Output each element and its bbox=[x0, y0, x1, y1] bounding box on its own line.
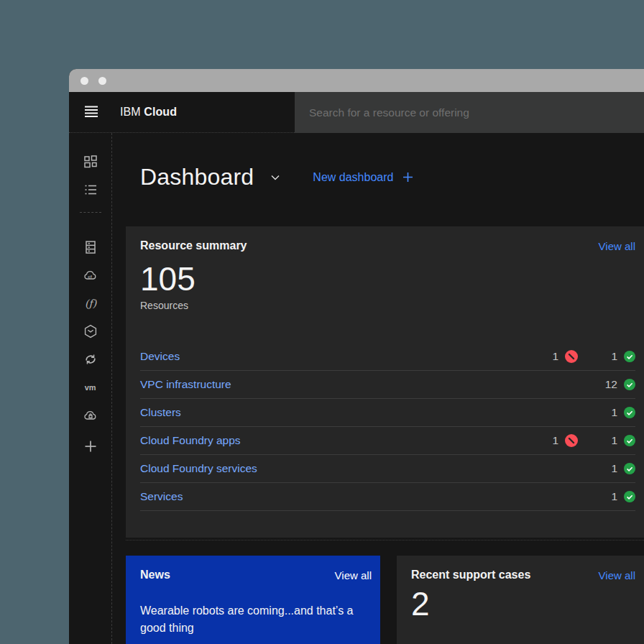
add-icon[interactable] bbox=[83, 439, 98, 454]
window-control-dot[interactable] bbox=[80, 77, 88, 85]
resource-total-label: Resources bbox=[140, 300, 635, 311]
browser-titlebar bbox=[69, 69, 644, 92]
svg-text:(ƒ): (ƒ) bbox=[85, 298, 98, 309]
page-title-row: Dashboard New dashboard bbox=[126, 164, 644, 190]
kubernetes-icon[interactable] bbox=[83, 324, 98, 339]
brand-bold: Cloud bbox=[144, 106, 177, 118]
plus-icon[interactable] bbox=[402, 172, 413, 183]
active-count: 1 bbox=[611, 462, 617, 475]
sidebar-divider bbox=[80, 212, 101, 213]
support-cases-card: Recent support cases View all 2 bbox=[397, 556, 644, 644]
sync-icon[interactable] bbox=[83, 352, 98, 367]
header-search-bar bbox=[295, 92, 644, 133]
active-stat: 1 bbox=[578, 462, 635, 475]
table-row: Services 1 bbox=[140, 483, 635, 511]
bottom-cards-row: News View all Wearable robots are coming… bbox=[126, 556, 644, 644]
news-headline[interactable]: Wearable robots are coming...and that’s … bbox=[140, 602, 359, 637]
active-count: 1 bbox=[611, 490, 617, 503]
support-view-all-link[interactable]: View all bbox=[599, 569, 635, 581]
browser-window: IBM Cloud cf bbox=[69, 69, 644, 644]
page-title: Dashboard bbox=[140, 164, 254, 190]
active-count: 1 bbox=[611, 350, 617, 363]
news-card-header: News View all bbox=[140, 569, 372, 581]
resource-table: Devices 1 1 VPC infrastructure bbox=[140, 343, 635, 511]
window-control-dot[interactable] bbox=[98, 77, 106, 85]
failed-status-icon bbox=[565, 434, 578, 447]
resource-link-clusters[interactable]: Clusters bbox=[140, 406, 578, 419]
resource-summary-header: Resource summary View all bbox=[140, 239, 635, 252]
app-body: cf (ƒ) vm bbox=[69, 133, 644, 644]
resource-link-services[interactable]: Services bbox=[140, 490, 578, 503]
failed-status-icon bbox=[565, 350, 578, 363]
resource-link-cloud-foundry-apps[interactable]: Cloud Foundry apps bbox=[140, 434, 520, 447]
resource-link-vpc-infrastructure[interactable]: VPC infrastructure bbox=[140, 378, 578, 391]
failed-stat: 1 bbox=[520, 434, 578, 447]
active-stat: 1 bbox=[578, 434, 635, 447]
layout-guide-line bbox=[126, 540, 644, 540]
table-row: Clusters 1 bbox=[140, 399, 635, 427]
active-count: 1 bbox=[611, 434, 617, 447]
brand-title: IBM Cloud bbox=[120, 106, 177, 119]
svg-text:vm: vm bbox=[84, 383, 96, 392]
support-case-count: 2 bbox=[411, 587, 635, 620]
table-row: Cloud Foundry apps 1 1 bbox=[140, 427, 635, 455]
active-stat: 12 bbox=[578, 378, 635, 391]
resource-total: 105 bbox=[140, 262, 635, 295]
resource-summary-view-all-link[interactable]: View all bbox=[599, 240, 635, 252]
cloud-foundry-icon[interactable]: cf bbox=[83, 268, 98, 282]
list-icon[interactable] bbox=[83, 183, 98, 197]
success-status-icon bbox=[624, 407, 635, 418]
left-rail: cf (ƒ) vm bbox=[69, 133, 112, 644]
new-dashboard-link[interactable]: New dashboard bbox=[313, 171, 393, 184]
servers-icon[interactable] bbox=[83, 240, 98, 254]
brand-prefix: IBM bbox=[120, 106, 141, 118]
support-title: Recent support cases bbox=[411, 569, 530, 581]
active-count: 12 bbox=[605, 378, 617, 391]
success-status-icon bbox=[624, 351, 635, 362]
app-header: IBM Cloud bbox=[69, 92, 644, 133]
search-input[interactable] bbox=[309, 106, 644, 119]
table-row: Devices 1 1 bbox=[140, 343, 635, 371]
failed-count: 1 bbox=[552, 350, 558, 363]
chevron-down-icon[interactable] bbox=[270, 172, 281, 183]
hamburger-icon bbox=[84, 104, 98, 121]
table-row: Cloud Foundry services 1 bbox=[140, 455, 635, 483]
resource-link-cloud-foundry-services[interactable]: Cloud Foundry services bbox=[140, 462, 578, 475]
menu-button[interactable] bbox=[84, 104, 98, 121]
news-title: News bbox=[140, 569, 170, 581]
active-stat: 1 bbox=[578, 406, 635, 419]
failed-count: 1 bbox=[552, 434, 558, 447]
functions-icon[interactable]: (ƒ) bbox=[83, 296, 98, 310]
svg-text:cf: cf bbox=[88, 275, 91, 279]
main-content: Dashboard New dashboard Resource summary… bbox=[126, 133, 644, 644]
vpc-secure-cloud-icon[interactable] bbox=[83, 408, 98, 423]
vm-icon[interactable]: vm bbox=[83, 380, 98, 395]
resource-summary-title: Resource summary bbox=[140, 239, 247, 252]
active-stat: 1 bbox=[578, 490, 635, 503]
support-card-header: Recent support cases View all bbox=[411, 569, 635, 581]
success-status-icon bbox=[624, 491, 635, 502]
active-count: 1 bbox=[611, 406, 617, 419]
resource-link-devices[interactable]: Devices bbox=[140, 350, 520, 363]
header-brand-area: IBM Cloud bbox=[69, 92, 295, 133]
success-status-icon bbox=[624, 435, 635, 446]
success-status-icon bbox=[624, 379, 635, 390]
apps-icon[interactable] bbox=[83, 155, 98, 169]
news-card: News View all Wearable robots are coming… bbox=[126, 556, 380, 644]
failed-stat: 1 bbox=[520, 350, 578, 363]
resource-summary-card: Resource summary View all 105 Resources … bbox=[126, 226, 644, 538]
news-view-all-link[interactable]: View all bbox=[335, 569, 372, 581]
active-stat: 1 bbox=[578, 350, 635, 363]
table-row: VPC infrastructure 12 bbox=[140, 371, 635, 399]
success-status-icon bbox=[624, 463, 635, 474]
